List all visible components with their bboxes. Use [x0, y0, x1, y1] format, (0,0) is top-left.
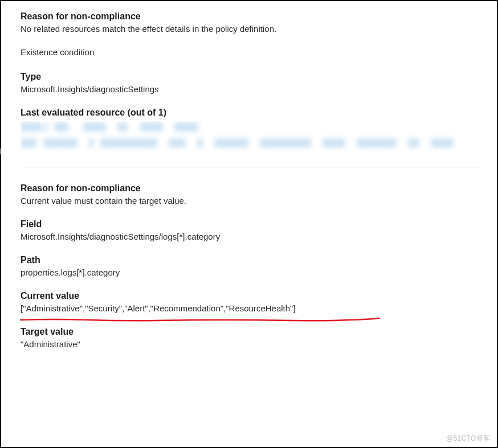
target-value-text: "Administrative" [21, 339, 481, 349]
existence-condition-label: Existence condition [21, 47, 481, 57]
field-value: Microsoft.Insights/diagnosticSettings/lo… [21, 232, 481, 241]
watermark-text: @51CTO博客 [446, 434, 490, 443]
reason-heading-1: Reason for non-compliance [21, 11, 481, 22]
type-value: Microsoft.Insights/diagnosticSettings [21, 84, 481, 94]
path-heading: Path [21, 255, 481, 265]
path-value: properties.logs[*].category [21, 268, 481, 277]
left-edge-artifact [0, 149, 1, 154]
redacted-resource-id [21, 121, 481, 153]
target-value-heading: Target value [21, 327, 481, 337]
last-evaluated-heading: Last evaluated resource (out of 1) [21, 108, 481, 118]
reason-heading-2: Reason for non-compliance [21, 183, 481, 194]
type-heading: Type [21, 72, 481, 82]
field-heading: Field [21, 219, 481, 229]
current-value-text: ["Administrative","Security","Alert","Re… [21, 303, 481, 313]
reason-body-2: Current value must contain the target va… [21, 196, 481, 205]
current-value-heading: Current value [21, 291, 481, 301]
annotation-underline-icon [19, 316, 384, 323]
compliance-details-panel: Reason for non-compliance No related res… [1, 1, 497, 447]
reason-body-1: No related resources match the effect de… [21, 24, 481, 34]
section-divider [21, 167, 481, 167]
